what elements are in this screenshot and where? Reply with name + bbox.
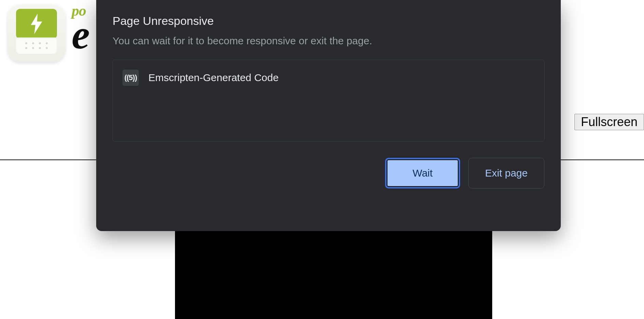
logo-white-panel [16, 37, 57, 54]
page-unresponsive-dialog: Page Unresponsive You can wait for it to… [96, 0, 561, 231]
dialog-description: You can wait for it to become responsive… [113, 35, 544, 47]
process-list: ((5)) Emscripten-Generated Code [113, 60, 544, 141]
process-name: Emscripten-Generated Code [148, 72, 279, 83]
emscripten-logo [8, 4, 65, 62]
logo-green-panel [16, 9, 57, 39]
brand-bottom-text: e [72, 17, 88, 52]
dialog-title: Page Unresponsive [113, 14, 544, 28]
exit-page-button[interactable]: Exit page [468, 158, 544, 188]
process-row[interactable]: ((5)) Emscripten-Generated Code [122, 70, 535, 86]
background-page: po e Fullscreen Page Unresponsive You ca… [0, 0, 644, 319]
brand-text: po e [72, 2, 88, 52]
broadcast-favicon-icon: ((5)) [122, 70, 139, 86]
dialog-button-row: Wait Exit page [113, 158, 544, 188]
lightning-icon [29, 14, 44, 34]
fullscreen-button[interactable]: Fullscreen [574, 114, 644, 130]
wait-button[interactable]: Wait [385, 158, 460, 188]
